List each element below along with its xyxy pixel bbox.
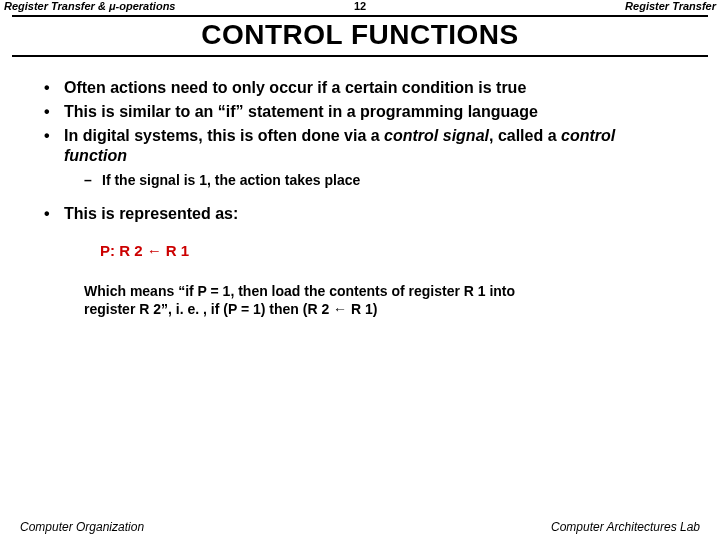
bullet-3: In digital systems, this is often done v… [40,126,680,190]
slide-title: CONTROL FUNCTIONS [12,19,708,51]
notation-p: P: R 2 [100,242,143,259]
explanation-line-2b: R 1) [347,301,377,317]
bullet-3-text-b: , called a [489,127,561,144]
bullet-2: This is similar to an “if” statement in … [40,102,680,122]
content-area: Often actions need to only occur if a ce… [40,78,680,319]
sub-bullet-list: If the signal is 1, the action takes pla… [84,172,680,190]
notation-r1: R 1 [166,242,189,259]
header-page: 12 [0,0,720,12]
sub-bullet-1: If the signal is 1, the action takes pla… [84,172,680,190]
title-box: CONTROL FUNCTIONS [12,15,708,57]
bullet-4: This is represented as: [40,204,680,224]
footer-left: Computer Organization [20,520,144,534]
explanation-line-2: register R 2”, i. e. , if (P = 1) then (… [84,300,674,318]
bullet-3-text-a: In digital systems, this is often done v… [64,127,384,144]
bullet-3-signal: control signal [384,127,489,144]
explanation-block: Which means “if P = 1, then load the con… [84,282,674,318]
explanation-line-2a: register R 2”, i. e. , if (P = 1) then (… [84,301,333,317]
notation-line: P: R 2 ← R 1 [100,242,680,261]
left-arrow-icon: ← [143,242,166,259]
header-right: Register Transfer [625,0,716,12]
bullet-1: Often actions need to only occur if a ce… [40,78,680,98]
footer-right: Computer Architectures Lab [551,520,700,534]
header-bar: Register Transfer & μ-operations 12 Regi… [0,0,720,14]
explanation-line-1: Which means “if P = 1, then load the con… [84,282,674,300]
slide: Register Transfer & μ-operations 12 Regi… [0,0,720,540]
bullet-list: Often actions need to only occur if a ce… [40,78,680,224]
left-arrow-icon-2: ← [333,301,347,317]
